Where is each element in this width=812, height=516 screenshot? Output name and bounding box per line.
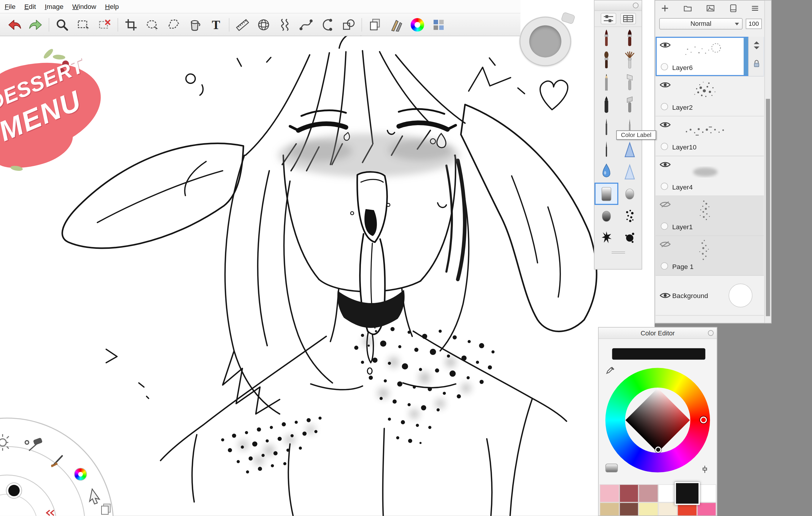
- layer-row-layer10[interactable]: Layer10: [656, 117, 764, 156]
- curve-icon[interactable]: [298, 16, 314, 33]
- palette-swatch[interactable]: [600, 503, 619, 516]
- brush-chisel-marker[interactable]: [618, 94, 642, 116]
- bucket-fill-icon[interactable]: [186, 16, 203, 33]
- current-color-bar[interactable]: [612, 348, 705, 359]
- visibility-eye-off-icon[interactable]: [660, 241, 671, 248]
- brush-round-brush-brown[interactable]: [594, 49, 618, 71]
- gradient-toggle-icon[interactable]: [605, 463, 618, 473]
- brush-size-ring[interactable]: [519, 17, 571, 66]
- brush-airbrush-dark-red[interactable]: [594, 27, 618, 49]
- visibility-eye-icon[interactable]: [660, 292, 671, 299]
- layer-row-page1[interactable]: Page 1: [656, 236, 764, 276]
- brush-triangle-soft[interactable]: [618, 160, 642, 183]
- layer-color-label[interactable]: [661, 103, 668, 110]
- background-color-swatch[interactable]: [729, 283, 752, 307]
- undo-icon[interactable]: [6, 16, 23, 33]
- brush-splatter[interactable]: [594, 227, 618, 249]
- layer-row-layer2[interactable]: Layer2: [656, 77, 764, 116]
- visibility-eye-icon[interactable]: [660, 161, 671, 168]
- brush-spray-dots[interactable]: [618, 205, 642, 227]
- panel-collapse-button[interactable]: [708, 330, 714, 336]
- brush-round-brush-red[interactable]: [618, 27, 642, 49]
- palette-swatch[interactable]: [619, 484, 638, 503]
- brush-pencil[interactable]: [594, 71, 618, 94]
- brush-marker[interactable]: [594, 94, 618, 116]
- scrollbar-thumb[interactable]: [766, 99, 770, 316]
- deselect-icon[interactable]: [96, 16, 113, 33]
- radial-quick-menu[interactable]: [0, 413, 145, 516]
- brush-gradient-flat[interactable]: [594, 183, 618, 205]
- layer-row-layer4[interactable]: Layer4: [656, 156, 764, 196]
- ruler-icon[interactable]: [234, 16, 251, 33]
- panel-collapse-button[interactable]: [633, 3, 638, 8]
- new-folder-icon[interactable]: [682, 4, 693, 15]
- ellipse-select-icon[interactable]: [144, 16, 161, 33]
- palette-grid-icon[interactable]: [430, 16, 447, 33]
- visibility-eye-icon[interactable]: [660, 41, 671, 49]
- palette-swatch[interactable]: [697, 503, 716, 516]
- color-wheel[interactable]: [605, 368, 710, 473]
- brush-ink-blob[interactable]: [618, 227, 642, 249]
- hue-marker[interactable]: [700, 417, 707, 423]
- sv-marker[interactable]: [655, 447, 661, 453]
- layer-row-background[interactable]: Background: [656, 276, 764, 315]
- opacity-input[interactable]: 100: [746, 19, 762, 29]
- menu-file[interactable]: File: [5, 3, 16, 10]
- brush-gradient-dark[interactable]: [594, 205, 618, 227]
- visibility-eye-icon[interactable]: [660, 121, 671, 128]
- brush-list-toggle[interactable]: [620, 13, 636, 24]
- layer-menu-icon[interactable]: [750, 4, 759, 15]
- radial-color-wheel-icon[interactable]: [75, 468, 86, 480]
- reorder-icon[interactable]: [752, 40, 761, 53]
- layer-scrollbar[interactable]: [764, 1, 771, 323]
- blend-mode-select[interactable]: Normal: [659, 18, 743, 29]
- polygon-select-icon[interactable]: [165, 16, 182, 33]
- snake-curve-icon[interactable]: [277, 16, 293, 33]
- palette-swatch[interactable]: [697, 484, 716, 503]
- shape-combine-icon[interactable]: [340, 16, 357, 33]
- material-icon[interactable]: [728, 4, 737, 15]
- layer-color-label[interactable]: [661, 183, 668, 190]
- text-tool-icon[interactable]: T: [208, 16, 224, 33]
- palette-swatch[interactable]: [638, 503, 658, 516]
- layer-color-label[interactable]: [661, 143, 668, 150]
- redo-icon[interactable]: [27, 16, 44, 33]
- zoom-icon[interactable]: [54, 16, 70, 33]
- panel-resize-handle[interactable]: [594, 249, 642, 255]
- slider-toggle-icon[interactable]: [701, 465, 709, 474]
- layer-row-layer6[interactable]: Layer6: [656, 37, 764, 77]
- layer-color-label[interactable]: [661, 263, 668, 270]
- import-image-icon[interactable]: [705, 4, 716, 15]
- arc-icon[interactable]: [319, 16, 336, 33]
- rect-select-icon[interactable]: [75, 16, 92, 33]
- brush-fan-brush[interactable]: [618, 49, 642, 71]
- menu-help[interactable]: Help: [105, 3, 119, 10]
- palette-swatch-selected[interactable]: [675, 482, 699, 505]
- palette-swatch[interactable]: [600, 484, 619, 503]
- brush-panel-titlebar[interactable]: [594, 1, 642, 11]
- perspective-grid-icon[interactable]: [255, 16, 272, 33]
- menu-window[interactable]: Window: [72, 3, 96, 10]
- brush-liner[interactable]: [594, 138, 618, 160]
- brush-gradient-round[interactable]: [618, 183, 642, 205]
- brush-fine-pen[interactable]: [594, 116, 618, 138]
- layer-color-label[interactable]: [661, 222, 668, 230]
- brush-water-brush[interactable]: [594, 160, 618, 183]
- menu-image[interactable]: Image: [45, 3, 63, 10]
- color-wheel-icon[interactable]: [409, 16, 426, 33]
- brush-settings-toggle[interactable]: [600, 13, 616, 24]
- color-editor-titlebar[interactable]: Color Editor: [599, 328, 717, 339]
- layer-row-layer1[interactable]: Layer1: [656, 196, 764, 236]
- menu-edit[interactable]: Edit: [24, 3, 36, 10]
- brush-flat-brush[interactable]: [618, 71, 642, 94]
- add-layer-icon[interactable]: [660, 4, 670, 15]
- palette-swatch[interactable]: [619, 503, 638, 516]
- layer-color-label[interactable]: [661, 63, 668, 70]
- palette-swatch[interactable]: [638, 484, 658, 503]
- visibility-eye-icon[interactable]: [660, 81, 671, 88]
- lock-icon[interactable]: [752, 59, 760, 70]
- brush-triangle-hard[interactable]: [618, 138, 642, 160]
- crop-icon[interactable]: [123, 16, 140, 33]
- visibility-eye-off-icon[interactable]: [660, 201, 671, 208]
- paste-icon[interactable]: [367, 16, 383, 33]
